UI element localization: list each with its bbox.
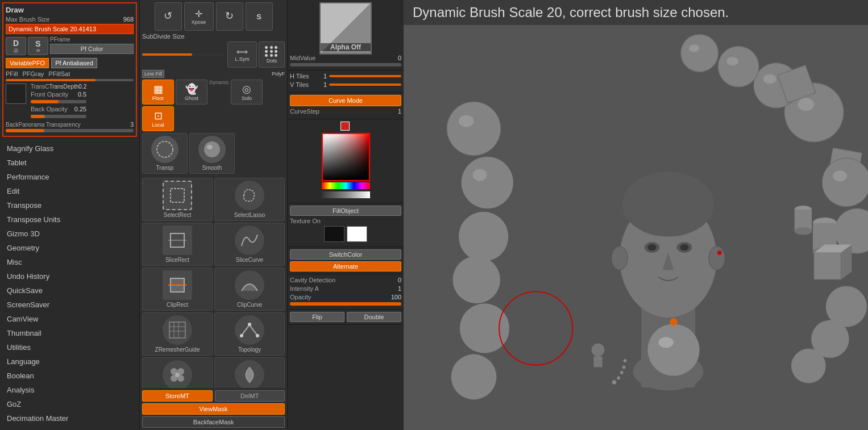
color-picker-red-swatch[interactable]: [340, 122, 350, 131]
selectlasso-btn[interactable]: SelectLasso: [214, 178, 285, 221]
cliprect-btn[interactable]: ClipRect: [142, 268, 213, 311]
nav-item-utilities[interactable]: Utilities: [0, 340, 139, 354]
color-picker-area[interactable]: [322, 133, 370, 181]
nav-item-camview[interactable]: CamView: [0, 312, 139, 326]
pf-antialiased-btn[interactable]: Pf Antialiased: [51, 58, 97, 68]
back-opacity-slider[interactable]: [31, 115, 86, 118]
nav-item-screensaver[interactable]: ScreenSaver: [0, 298, 139, 312]
switch-color-btn[interactable]: SwitchColor: [290, 249, 401, 260]
pfill-sat-label[interactable]: PFillSat: [48, 70, 70, 77]
svg-point-1: [204, 141, 220, 157]
tiles-section: H Tiles 1 V Tiles 1: [288, 70, 404, 93]
mid-btn-s[interactable]: S: [246, 2, 273, 31]
curvequad-btn[interactable]: CurveQuadFill: [214, 357, 285, 388]
alternate-btn[interactable]: Alternate: [290, 261, 401, 272]
midvalue-slider[interactable]: [290, 63, 401, 66]
dots-btn[interactable]: Dots: [259, 41, 285, 68]
variable-pfo-btn[interactable]: VariablePFO: [6, 58, 49, 68]
v-tiles-slider[interactable]: [329, 84, 401, 86]
back-opacity-val: 0.25: [74, 106, 86, 112]
curve-mode-section: Curve Mode CurveStep 1: [288, 93, 404, 119]
front-opacity-label: Front Opacity: [31, 91, 68, 98]
pfill-slider[interactable]: [6, 79, 134, 81]
nav-item-performance[interactable]: Performance: [0, 170, 139, 184]
nav-item-misc[interactable]: Misc: [0, 255, 139, 269]
nav-item-quicksave[interactable]: QuickSave: [0, 283, 139, 298]
svg-point-96: [670, 318, 677, 325]
nav-item-geometry[interactable]: Geometry: [0, 241, 139, 255]
slicecurve-btn[interactable]: SliceCurve: [214, 223, 285, 266]
topology-btn[interactable]: Topology: [214, 312, 285, 356]
svg-point-84: [717, 251, 722, 255]
fill-object-btn[interactable]: FillObject: [290, 206, 401, 216]
zremesher-btn[interactable]: ZRemesherGuide: [142, 312, 213, 356]
curvemulti-btn[interactable]: CurveMultiTube: [142, 357, 213, 388]
back-opacity-label: Back Opacity: [31, 106, 68, 112]
back-panorama-val: 3: [130, 122, 134, 128]
curvestep-val: 1: [398, 108, 401, 115]
local-btn[interactable]: ⊡ Local: [142, 106, 174, 131]
ghost-btn[interactable]: 👻 Ghost: [176, 80, 207, 105]
view-mask-btn[interactable]: ViewMask: [142, 403, 285, 415]
svg-rect-3: [171, 189, 184, 202]
front-opacity-slider[interactable]: [31, 100, 86, 103]
nav-item-language[interactable]: Language: [0, 354, 139, 369]
back-panorama-slider[interactable]: [6, 129, 134, 132]
double-btn[interactable]: Double: [347, 312, 401, 322]
transp-smooth-row: Transp Smooth: [140, 133, 287, 176]
selectrect-btn[interactable]: SelectRect: [142, 178, 213, 221]
clipcurve-btn[interactable]: ClipCurve: [214, 268, 285, 311]
nav-item-thumbnail[interactable]: Thumbnail: [0, 326, 139, 340]
draw-s-btn[interactable]: S ⟳: [28, 37, 48, 55]
mid-btn-circle-right[interactable]: ↻: [216, 2, 243, 31]
pframe-group: PFrame Pf Color: [50, 36, 134, 56]
nav-item-magnify[interactable]: Magnify Glass: [0, 141, 139, 156]
svg-point-80: [647, 244, 656, 251]
del-mt-btn[interactable]: DelMT: [215, 390, 285, 402]
slicerect-btn[interactable]: SliceRect: [142, 223, 213, 266]
nav-item-gizmo3d[interactable]: Gizmo 3D: [0, 227, 139, 241]
nav-item-tablet[interactable]: Tablet: [0, 156, 139, 170]
transp-btn[interactable]: Transp: [142, 133, 188, 174]
nav-item-transpose-units[interactable]: Transpose Units: [0, 212, 139, 227]
nav-item-analysis[interactable]: Analysis: [0, 383, 139, 397]
backface-mask-btn[interactable]: BackfaceMask: [142, 416, 285, 428]
svg-point-74: [451, 354, 497, 400]
draw-d-btn[interactable]: D ⓓ: [6, 37, 26, 55]
swatch-white[interactable]: [347, 226, 367, 242]
pf-color-btn[interactable]: Pf Color: [50, 44, 134, 54]
flip-btn[interactable]: Flip: [290, 312, 344, 322]
dynamic-brush-row[interactable]: Dynamic Brush Scale 20.41413: [6, 24, 134, 34]
svg-point-83: [709, 247, 725, 270]
store-mt-btn[interactable]: StoreMT: [142, 390, 213, 402]
swatch-black[interactable]: [324, 226, 344, 242]
h-tiles-val: 1: [323, 73, 327, 80]
color-hue-bar[interactable]: [322, 182, 370, 189]
nav-item-edit[interactable]: Edit: [0, 184, 139, 198]
pfill-label[interactable]: PFill: [6, 70, 18, 77]
nav-item-goz[interactable]: GoZ: [0, 397, 139, 411]
h-tiles-slider[interactable]: [329, 75, 401, 77]
pfgray-label[interactable]: PFGray: [22, 70, 44, 77]
floor-btn[interactable]: ▦ Floor: [142, 80, 174, 105]
nav-item-transpose[interactable]: Transpose: [0, 198, 139, 212]
smooth-btn[interactable]: Smooth: [189, 133, 235, 174]
draw-section: Draw Max Brush Size 968 Dynamic Brush Sc…: [2, 2, 137, 137]
store-del-row: StoreMT DelMT ViewMask BackfaceMask: [140, 388, 287, 430]
fill-section: FillObject Texture On: [288, 203, 404, 247]
mid-slider[interactable]: [142, 53, 225, 56]
nav-item-decimation[interactable]: Decimation Master: [0, 411, 139, 425]
mid-btn-circle-left[interactable]: ↺: [155, 2, 182, 31]
solo-btn[interactable]: ◎ Solo: [231, 80, 263, 105]
v-tiles-val: 1: [323, 81, 327, 88]
svg-rect-61: [814, 253, 841, 280]
opacity-val: 100: [391, 294, 401, 300]
svg-point-67: [447, 102, 501, 156]
lsym-btn[interactable]: ⟺ L.Sym: [227, 41, 257, 68]
curve-mode-btn[interactable]: Curve Mode: [290, 95, 401, 106]
nav-item-boolean[interactable]: Boolean: [0, 369, 139, 383]
opacity-slider[interactable]: [290, 302, 401, 306]
xpose-btn[interactable]: ✛ Xpose: [184, 2, 214, 31]
nav-item-undo-history[interactable]: Undo History: [0, 269, 139, 283]
color-value-bar[interactable]: [322, 191, 370, 198]
